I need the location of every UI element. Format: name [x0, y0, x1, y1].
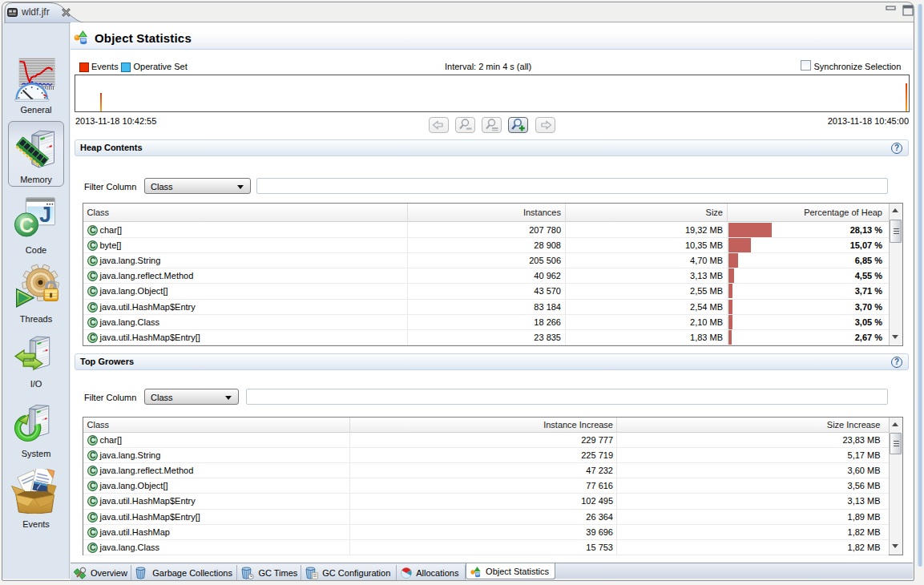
svg-text:C: C: [89, 287, 95, 297]
svg-text:C: C: [89, 497, 95, 506]
svg-text:C: C: [89, 512, 95, 522]
svg-text:C: C: [89, 527, 95, 537]
svg-text:C: C: [89, 240, 95, 250]
svg-text:C: C: [89, 256, 95, 265]
svg-text:C: C: [89, 225, 95, 235]
svg-text:C: C: [89, 317, 95, 327]
svg-text:C: C: [89, 333, 95, 342]
svg-text:C: C: [89, 482, 95, 491]
svg-text:C: C: [19, 214, 34, 236]
svg-text:C: C: [89, 271, 95, 280]
svg-text:C: C: [89, 450, 95, 460]
svg-text:C: C: [89, 543, 95, 552]
svg-text:C: C: [89, 435, 95, 445]
svg-text:C: C: [89, 466, 95, 476]
svg-text:C: C: [89, 302, 95, 312]
svg-text:J: J: [39, 203, 51, 227]
